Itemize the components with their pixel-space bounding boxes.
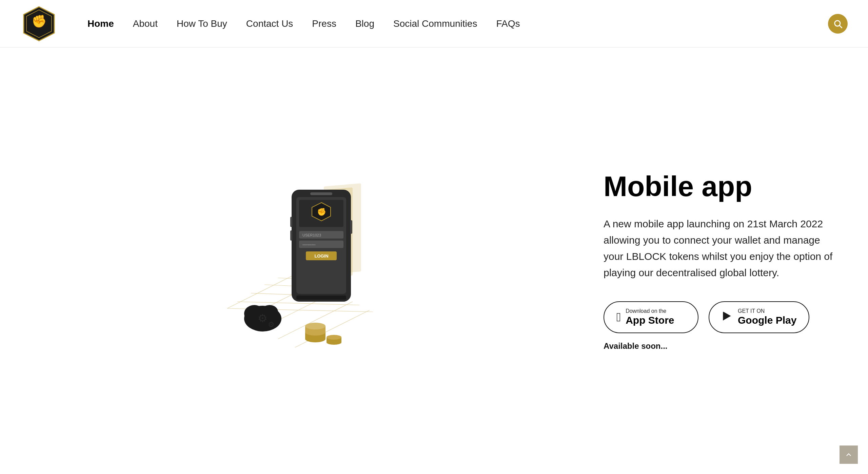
nav-social-communities[interactable]: Social Communities: [384, 18, 487, 29]
google-play-button[interactable]: GET IT ON Google Play: [709, 301, 809, 333]
svg-text:••••••••••: ••••••••••: [302, 243, 316, 247]
svg-text:⚙: ⚙: [268, 320, 275, 329]
svg-rect-21: [296, 296, 346, 300]
svg-text:LOGIN: LOGIN: [314, 253, 328, 259]
svg-text:✊: ✊: [317, 207, 327, 216]
store-buttons:  Download on the App Store GET IT ON Go…: [604, 301, 841, 333]
nav-about[interactable]: About: [123, 18, 167, 29]
svg-rect-32: [290, 230, 292, 241]
svg-rect-20: [310, 192, 332, 195]
svg-line-5: [227, 271, 302, 308]
nav-faqs[interactable]: FAQs: [487, 18, 529, 29]
logo[interactable]: ✊: [20, 5, 58, 42]
svg-line-11: [237, 302, 359, 305]
svg-line-4: [840, 25, 842, 27]
available-soon-text: Available soon...: [604, 341, 841, 351]
main-description: A new mobile app launching on 21st March…: [604, 216, 841, 281]
mobile-app-illustration: ✊ USER1023 •••••••••• LOGIN ⚙ ⚙: [210, 166, 393, 356]
svg-text:USER1023: USER1023: [302, 233, 321, 237]
svg-rect-33: [350, 220, 352, 234]
nav-how-to-buy[interactable]: How To Buy: [167, 18, 237, 29]
app-store-button[interactable]:  Download on the App Store: [604, 301, 698, 333]
illustration-area: ✊ USER1023 •••••••••• LOGIN ⚙ ⚙: [27, 166, 576, 356]
search-icon: [833, 19, 843, 29]
main-nav: Home About How To Buy Contact Us Press B…: [78, 18, 821, 29]
svg-point-43: [305, 323, 326, 329]
google-play-icon: [722, 310, 733, 324]
svg-text:✊: ✊: [32, 14, 47, 29]
svg-text:⚙: ⚙: [258, 312, 268, 324]
svg-point-46: [327, 335, 341, 340]
nav-press[interactable]: Press: [302, 18, 346, 29]
search-button[interactable]: [828, 14, 848, 34]
scroll-to-top-button[interactable]: [840, 445, 858, 464]
nav-home[interactable]: Home: [78, 18, 123, 29]
app-store-text: Download on the App Store: [626, 308, 674, 326]
google-play-text: GET IT ON Google Play: [738, 308, 796, 326]
nav-blog[interactable]: Blog: [346, 18, 384, 29]
main-heading: Mobile app: [604, 171, 841, 202]
content-area: Mobile app A new mobile app launching on…: [576, 171, 841, 350]
main-content: ✊ USER1023 •••••••••• LOGIN ⚙ ⚙: [0, 48, 868, 474]
svg-rect-31: [290, 217, 292, 227]
apple-icon: : [616, 311, 621, 323]
nav-contact-us[interactable]: Contact Us: [237, 18, 303, 29]
site-header: ✊ Home About How To Buy Contact Us Press…: [0, 0, 868, 48]
chevron-up-icon: [845, 451, 852, 458]
